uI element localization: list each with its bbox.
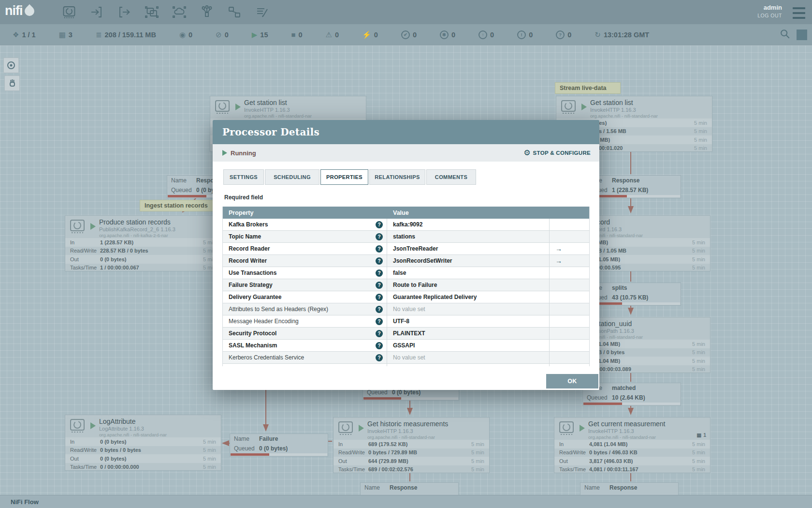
help-icon[interactable]: ? [376, 306, 383, 313]
property-name: Security Protocol [229, 330, 376, 337]
refresh-icon[interactable]: ↻ [594, 31, 601, 39]
stat-value: .34 MB) [589, 239, 688, 245]
running-indicator-icon [581, 104, 587, 110]
help-icon[interactable]: ? [376, 269, 383, 277]
stop-and-configure-button[interactable]: ⚙ STOP & CONFIGURE [523, 149, 591, 157]
queue-fill-bar [363, 397, 458, 400]
queue-queued: 1 (228.57 KB) [612, 187, 648, 194]
gear-icon: ⚙ [523, 149, 530, 157]
processor-get-historic-measurements[interactable]: Get historic measurements InvokeHTTP 1.1… [333, 417, 490, 473]
processor-logattribute[interactable]: LogAttribute LogAttribute 1.16.3 org.apa… [65, 415, 221, 471]
stat-value: 689 / 00:02:02.576 [368, 466, 467, 472]
logout-link[interactable]: LOG OUT [757, 13, 782, 18]
status-not-transmitting: ⊘0 [216, 31, 229, 39]
property-value: No value set [387, 303, 550, 315]
template-icon[interactable] [227, 5, 242, 19]
property-value: UTF-8 [387, 315, 550, 327]
stat-value: 4,081 (1.04 MB) [589, 441, 688, 447]
goto-service-icon[interactable]: → [555, 245, 562, 253]
property-row: Topic Name? stations [223, 231, 589, 243]
processor-bundle: org.apache.nifi - nifi-standard-nar [588, 434, 707, 440]
status-stopped: ■0 [291, 31, 302, 39]
processor-stamp-icon [69, 418, 86, 436]
tab-properties[interactable]: PROPERTIES [320, 169, 368, 185]
processor-type: LogAttribute 1.16.3 [99, 426, 218, 432]
help-icon[interactable]: ? [376, 342, 383, 349]
goto-service-icon[interactable]: → [555, 257, 562, 265]
help-icon[interactable]: ? [376, 257, 383, 265]
funnel-icon[interactable] [200, 5, 214, 19]
processor-produce-station-records[interactable]: Produce station records PublishKafkaReco… [65, 215, 221, 271]
tab-relationships[interactable]: RELATIONSHIPS [369, 169, 425, 185]
stat-value: 0 (0 bytes) [100, 456, 199, 462]
processor-get-current-measurement[interactable]: Get current measurement InvokeHTTP 1.16.… [554, 417, 710, 473]
global-menu-icon[interactable] [793, 6, 805, 20]
input-port-icon[interactable] [89, 5, 104, 19]
cluster-grid-icon: ▦ [696, 432, 701, 438]
connection-label-response-bottom-right[interactable]: NameResponse Queued [580, 482, 679, 495]
tab-settings[interactable]: SETTINGS [223, 169, 264, 185]
process-group-icon[interactable] [145, 5, 159, 19]
stat-window: 5 min [467, 449, 484, 455]
tab-comments[interactable]: COMMENTS [426, 169, 476, 185]
queue-fill-bar [583, 403, 680, 405]
navigate-palette-button[interactable] [3, 58, 19, 73]
queue-fill-bar [231, 453, 327, 456]
property-row: Kafka Brokers? kafka:9092 [223, 219, 589, 231]
ok-button[interactable]: OK [546, 374, 598, 388]
queue-name-label: Name [171, 177, 196, 184]
stat-value: 0 (0 bytes) [100, 256, 199, 262]
search-icon[interactable] [779, 28, 791, 42]
dialog-tabs: SETTINGS SCHEDULING PROPERTIES RELATIONS… [223, 169, 476, 185]
operate-palette-button[interactable] [4, 75, 20, 91]
stat-label: Read/Write [338, 449, 368, 455]
stat-window: 5 min [688, 366, 705, 372]
help-icon[interactable]: ? [376, 330, 383, 337]
stat-value: 644 (729.89 MB) [368, 458, 467, 464]
component-toolbar [62, 5, 269, 19]
stat-label: Read/Write [559, 449, 589, 455]
processor-title: ct station_uuid [588, 320, 707, 328]
help-icon[interactable]: ? [376, 221, 383, 228]
property-value: GSSAPI [387, 340, 550, 351]
hide-palette-button[interactable] [797, 30, 807, 40]
help-icon[interactable]: ? [376, 233, 383, 240]
breadcrumb[interactable]: NiFi Flow [11, 498, 39, 506]
help-icon[interactable]: ? [376, 318, 383, 325]
stat-window: 5 min [688, 358, 705, 364]
processor-icon[interactable] [62, 5, 76, 19]
connection-label-response-bottom[interactable]: NameResponse Queued [360, 482, 459, 495]
property-value: No value set [387, 352, 550, 363]
hand-icon [7, 78, 17, 89]
property-name: Kafka Brokers [229, 221, 376, 228]
label-icon[interactable] [255, 5, 269, 19]
dialog-header: Processor Details [213, 120, 599, 144]
tab-scheduling[interactable]: SCHEDULING [265, 169, 319, 185]
status-transmitting: ◉0 [179, 31, 192, 39]
help-icon[interactable]: ? [376, 245, 383, 253]
property-row: Kerberos Credentials Service? No value s… [223, 352, 589, 364]
stat-value: 0 bytes / 0 bytes [100, 447, 199, 453]
remote-process-group-icon[interactable] [172, 5, 187, 19]
help-icon[interactable]: ? [376, 294, 383, 301]
running-indicator-icon [235, 104, 241, 110]
queue-queued-label: Queued [587, 394, 612, 401]
canvas-label[interactable]: Stream live-data [555, 82, 621, 94]
connection-label-failure[interactable]: NameFailure Queued0 (0 bytes) [230, 433, 328, 457]
help-icon[interactable]: ? [376, 366, 383, 367]
property-value: No value set [387, 364, 550, 366]
processor-type: ateJsonPath 1.16.3 [588, 328, 707, 334]
stat-label: In [70, 239, 100, 245]
property-row: Attributes to Send as Headers (Regex)? N… [223, 303, 589, 315]
property-row: Failure Strategy? Route to Failure [223, 279, 589, 291]
processor-stamp-icon [69, 219, 86, 237]
output-port-icon[interactable] [117, 5, 131, 19]
stat-label: Read/Write [70, 447, 100, 453]
disabled-icon: ⚡ [362, 31, 371, 39]
help-icon[interactable]: ? [376, 282, 383, 289]
stat-window: 5 min [467, 458, 484, 464]
nifi-logo: nifi [5, 3, 34, 18]
stat-window: 5 min [688, 466, 705, 472]
app-header: nifi admin LOG OUT [0, 0, 812, 24]
help-icon[interactable]: ? [376, 354, 383, 361]
